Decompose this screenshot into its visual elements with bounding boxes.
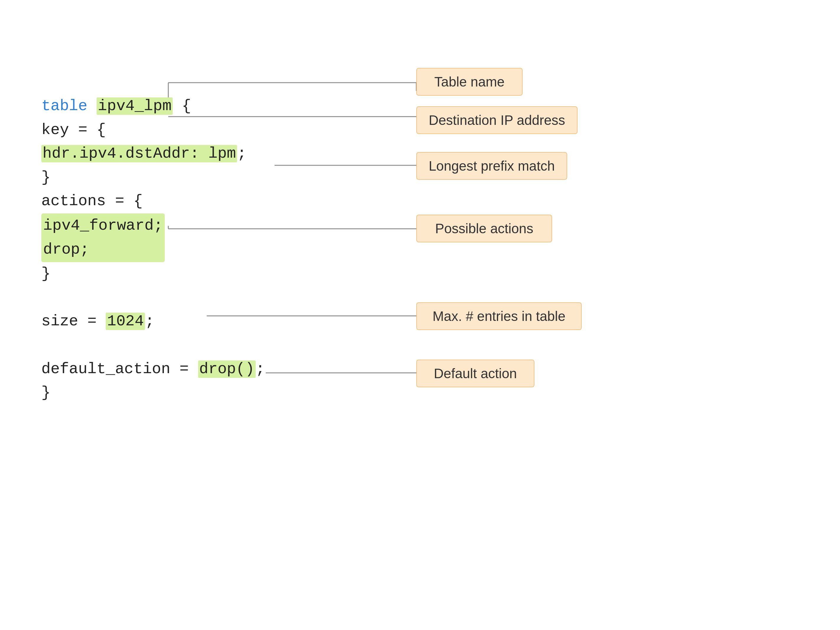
code-line-2: key = { <box>41 118 265 142</box>
code-line-3: hdr.ipv4.dstAddr: lpm; <box>41 142 265 166</box>
code-block: table ipv4_lpm { key = { hdr.ipv4.dstAdd… <box>41 95 265 405</box>
highlight-ipv4-lpm: ipv4_lpm <box>96 98 173 115</box>
code-line-12: default_action = drop(); <box>41 357 265 381</box>
code-line-blank2 <box>41 333 265 357</box>
keyword-table: table <box>41 98 87 115</box>
diagram-container: table ipv4_lpm { key = { hdr.ipv4.dstAdd… <box>41 59 797 561</box>
code-line-7: drop; <box>43 238 163 262</box>
code-line-13: } <box>41 381 265 405</box>
annotation-destination-ip: Destination IP address <box>416 106 578 134</box>
annotation-table-name: Table name <box>416 68 523 96</box>
code-lines-6-7: ipv4_forward; drop; <box>41 213 265 262</box>
code-line-1: table ipv4_lpm { <box>41 95 265 118</box>
code-line-blank1 <box>41 286 265 310</box>
annotation-max-entries: Max. # entries in table <box>416 302 582 330</box>
code-line-6: ipv4_forward; <box>43 214 163 238</box>
annotation-default-action: Default action <box>416 360 534 387</box>
highlight-drop: drop() <box>198 360 256 378</box>
code-line-8: } <box>41 262 265 286</box>
annotation-possible-actions: Possible actions <box>416 215 552 242</box>
highlight-dstaddr-lpm: hdr.ipv4.dstAddr: lpm <box>41 145 237 163</box>
code-line-4: } <box>41 166 265 190</box>
highlight-size: 1024 <box>106 313 145 330</box>
code-line-5: actions = { <box>41 189 265 213</box>
code-line-10: size = 1024; <box>41 310 265 333</box>
annotation-longest-prefix: Longest prefix match <box>416 152 567 180</box>
